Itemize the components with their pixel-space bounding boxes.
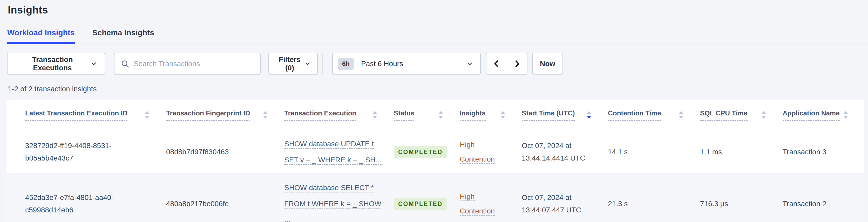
insight-high-contention-link[interactable]: High Contention	[460, 192, 495, 216]
tab-workload-insights[interactable]: Workload Insights	[7, 28, 75, 44]
now-button[interactable]: Now	[532, 53, 563, 75]
filters-button[interactable]: Filters (0)	[269, 53, 318, 75]
time-prev-button[interactable]	[487, 53, 507, 74]
chevron-down-icon	[90, 60, 97, 67]
insight-high-contention-link[interactable]: High Contention	[460, 140, 495, 164]
filters-button-label: Filters (0)	[275, 56, 304, 72]
table-row: 452da3e7-e7fa-4801-aa40-c59988d14eb6 480…	[6, 174, 864, 222]
search-box[interactable]	[114, 53, 260, 75]
transaction-insights-table: Latest Transaction Execution ID Transact…	[6, 100, 864, 222]
sort-toggle-icon[interactable]	[263, 111, 268, 119]
table-row: 328729d2-ff19-4408-8531-b05a5b4e43c7 08d…	[6, 130, 864, 174]
search-icon	[121, 59, 129, 68]
sort-toggle-icon-active-desc[interactable]	[587, 111, 591, 119]
start-time: Oct 07, 2024 at 13:44:07.447 UTC	[522, 191, 596, 216]
transaction-fingerprint-id: 480a8b217be006fe	[166, 174, 284, 222]
sort-toggle-icon[interactable]	[438, 111, 443, 119]
sort-toggle-icon[interactable]	[500, 111, 505, 119]
search-input[interactable]	[134, 60, 254, 68]
contention-time: 21.3 s	[608, 174, 700, 222]
chevron-left-icon	[492, 59, 501, 68]
time-step-group	[486, 53, 527, 75]
time-range-label: Past 6 Hours	[361, 60, 466, 68]
chevron-down-icon	[466, 60, 473, 67]
results-summary: 1-2 of 2 transaction insights	[8, 85, 868, 93]
column-header-application-name[interactable]: Application Name	[783, 109, 840, 121]
time-range-picker[interactable]: 6h Past 6 Hours	[332, 53, 481, 75]
sort-toggle-icon[interactable]	[372, 111, 377, 119]
column-header-transaction-fingerprint-id[interactable]: Transaction Fingerprint ID	[166, 109, 250, 121]
column-header-insights[interactable]: Insights	[460, 109, 486, 121]
contention-time: 14.1 s	[608, 130, 700, 174]
execution-type-select[interactable]: Transaction Executions	[7, 53, 105, 75]
transaction-execution-link[interactable]: SHOW database SELECT * FROM t WHERE k = …	[284, 184, 381, 222]
latest-transaction-execution-id: 328729d2-ff19-4408-8531-b05a5b4e43c7	[25, 139, 140, 164]
tabs-bar: Workload Insights Schema Insights	[0, 28, 868, 44]
transaction-execution-link[interactable]: SHOW database UPDATE t SET v = _ WHERE k…	[284, 140, 381, 165]
column-header-transaction-execution[interactable]: Transaction Execution	[284, 109, 356, 121]
application-name: Transaction 3	[783, 130, 864, 174]
page-title: Insights	[0, 0, 868, 16]
column-header-latest-transaction-execution-id[interactable]: Latest Transaction Execution ID	[25, 109, 127, 121]
sql-cpu-time: 716.3 µs	[700, 174, 783, 222]
sql-cpu-time: 1.1 ms	[700, 130, 783, 174]
tab-schema-insights[interactable]: Schema Insights	[92, 28, 154, 44]
sort-toggle-icon[interactable]	[843, 111, 848, 119]
transaction-fingerprint-id: 08d8b7d97f830463	[166, 130, 284, 174]
toolbar-divider	[322, 54, 323, 74]
latest-transaction-execution-id: 452da3e7-e7fa-4801-aa40-c59988d14eb6	[25, 191, 140, 216]
start-time: Oct 07, 2024 at 13:44:14.4414 UTC	[522, 139, 596, 164]
column-header-contention-time[interactable]: Contention Time	[608, 109, 661, 121]
sort-toggle-icon[interactable]	[145, 111, 150, 119]
status-badge: COMPLETED	[394, 146, 447, 158]
time-range-badge: 6h	[338, 58, 354, 70]
status-badge: COMPLETED	[394, 198, 447, 210]
sort-toggle-icon[interactable]	[679, 111, 683, 119]
column-header-start-time[interactable]: Start Time (UTC)	[522, 109, 575, 121]
sort-toggle-icon[interactable]	[761, 111, 766, 119]
table-header-row: Latest Transaction Execution ID Transact…	[6, 100, 864, 130]
toolbar: Transaction Executions Filters (0) 6h Pa…	[0, 53, 868, 75]
chevron-down-icon	[304, 60, 311, 67]
execution-type-select-value: Transaction Executions	[15, 56, 90, 72]
insights-page: Insights Workload Insights Schema Insigh…	[0, 0, 868, 222]
application-name: Transaction 2	[783, 174, 864, 222]
column-header-status[interactable]: Status	[394, 109, 414, 121]
time-next-button[interactable]	[507, 53, 527, 74]
column-header-sql-cpu-time[interactable]: SQL CPU Time	[700, 109, 748, 121]
insights-table-card: Latest Transaction Execution ID Transact…	[6, 100, 864, 222]
chevron-right-icon	[513, 59, 522, 68]
